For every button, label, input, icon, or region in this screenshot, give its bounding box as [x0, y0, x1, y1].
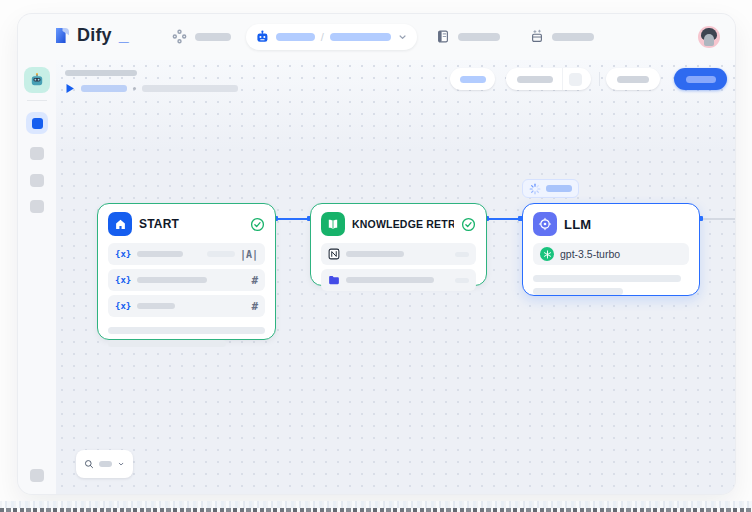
- dify-logo[interactable]: Dify_: [54, 25, 129, 46]
- variable-row[interactable]: {x} #: [108, 269, 265, 291]
- node-start[interactable]: START {x} |A| {x} # {x}: [97, 203, 276, 340]
- node-title: KNOWLEDGE RETRIEVAL: [352, 218, 454, 230]
- chevron-down-icon: [397, 31, 408, 43]
- zoom-level-placeholder: [99, 461, 112, 467]
- screenshot-edge-artifact: [0, 501, 752, 512]
- selector-separator: /: [321, 31, 324, 43]
- node-description-placeholder: [533, 275, 689, 295]
- toolbar-button-preview[interactable]: [606, 68, 660, 90]
- button-label-placeholder: [460, 76, 486, 83]
- dify-logo-icon: [54, 26, 71, 45]
- header: Dify_: [18, 14, 735, 60]
- dataset-name-placeholder: [346, 251, 404, 257]
- node-description-placeholder: [108, 327, 265, 347]
- notebook-icon: [436, 29, 450, 44]
- running-status-badge: [522, 179, 579, 198]
- toolbar-split-button-run[interactable]: [506, 68, 591, 90]
- button-label-placeholder: [686, 76, 716, 83]
- node-header: LLM: [523, 204, 699, 243]
- split-icon-placeholder: [569, 73, 582, 86]
- page: Dify_: [0, 0, 752, 512]
- variable-name-placeholder: [137, 277, 207, 283]
- home-icon: [108, 212, 132, 236]
- variable-token: {x}: [115, 301, 131, 311]
- sidebar-item-2[interactable]: [30, 147, 44, 160]
- run-label-placeholder: [81, 85, 127, 92]
- magnifier-icon: [84, 458, 94, 470]
- node-title: START: [139, 217, 243, 231]
- placeholder-bar: [552, 33, 594, 41]
- zoom-control[interactable]: [76, 450, 133, 478]
- type-glyph: #: [251, 274, 258, 287]
- chevron-down-icon: [117, 459, 125, 469]
- placeholder-bar: [458, 33, 500, 41]
- node-title: LLM: [564, 217, 689, 232]
- separator-dot: [133, 87, 136, 90]
- toolbar-divider: [599, 72, 600, 86]
- node-header: START: [98, 204, 275, 243]
- sidebar-item-active[interactable]: [26, 112, 48, 134]
- variable-name-placeholder: [137, 303, 175, 309]
- workflow-canvas[interactable]: START {x} |A| {x} # {x}: [56, 60, 735, 494]
- sidebar-item-4[interactable]: [30, 200, 44, 213]
- grid-dots-icon: [172, 29, 187, 44]
- app-selector[interactable]: /: [246, 24, 417, 50]
- button-label-placeholder: [617, 76, 649, 83]
- app-name-placeholder: [276, 33, 315, 41]
- toolbar-button-features[interactable]: [450, 68, 495, 90]
- current-app-icon[interactable]: [24, 67, 50, 93]
- model-row[interactable]: gpt-3.5-turbo: [533, 243, 689, 265]
- run-meta-placeholder: [142, 85, 238, 92]
- variable-name-placeholder: [137, 251, 183, 257]
- sidebar-item-3[interactable]: [30, 174, 44, 187]
- placeholder-bar: [195, 33, 231, 41]
- edge-start-knowledge: [276, 218, 310, 220]
- dataset-row[interactable]: [321, 243, 476, 265]
- node-knowledge-retrieval[interactable]: KNOWLEDGE RETRIEVAL: [310, 203, 487, 286]
- robot-icon: [255, 29, 270, 45]
- button-label-placeholder: [517, 76, 553, 83]
- workspace-switcher[interactable]: [172, 29, 231, 44]
- folder-icon: [328, 274, 340, 286]
- gift-box-icon: [530, 29, 544, 44]
- variable-row[interactable]: {x} #: [108, 295, 265, 317]
- variable-row[interactable]: {x} |A|: [108, 243, 265, 265]
- brain-circuit-icon: [533, 212, 557, 236]
- sidebar-divider: [27, 100, 47, 101]
- plugins-nav[interactable]: [530, 29, 594, 44]
- dataset-row[interactable]: [321, 269, 476, 291]
- workflow-title-placeholder: [65, 70, 137, 76]
- type-glyph: |A|: [240, 249, 258, 260]
- active-item-glyph: [32, 118, 43, 129]
- run-status-row: [65, 82, 238, 94]
- dataset-name-placeholder: [346, 277, 434, 283]
- count-placeholder: [455, 278, 469, 283]
- node-header: KNOWLEDGE RETRIEVAL: [311, 204, 486, 243]
- user-avatar[interactable]: [698, 26, 720, 48]
- node-llm[interactable]: LLM gpt-3.5-turbo: [522, 203, 700, 296]
- publish-button[interactable]: [674, 68, 727, 90]
- sidebar-item-settings[interactable]: [30, 469, 44, 482]
- play-icon[interactable]: [65, 83, 75, 94]
- variable-token: {x}: [115, 275, 131, 285]
- logo-cursor: _: [119, 25, 129, 46]
- open-book-icon: [321, 212, 345, 236]
- count-placeholder: [455, 252, 469, 257]
- loading-spinner-icon: [529, 183, 541, 195]
- openai-icon: [540, 247, 554, 261]
- app-robot-icon: [29, 72, 45, 88]
- docs-nav[interactable]: [436, 29, 500, 44]
- value-placeholder: [207, 251, 235, 257]
- notion-page-icon: [328, 248, 340, 260]
- type-glyph: #: [251, 300, 258, 313]
- edge-llm-out: [701, 218, 735, 220]
- variable-token: {x}: [115, 249, 131, 259]
- workflow-name-placeholder: [330, 33, 391, 41]
- logo-text: Dify: [77, 25, 112, 46]
- edge-knowledge-llm: [487, 218, 522, 220]
- check-circle-icon: [250, 217, 265, 232]
- model-name: gpt-3.5-turbo: [560, 248, 620, 260]
- app-window: Dify_: [18, 14, 735, 494]
- split-divider: [562, 68, 563, 90]
- status-label-placeholder: [546, 185, 572, 192]
